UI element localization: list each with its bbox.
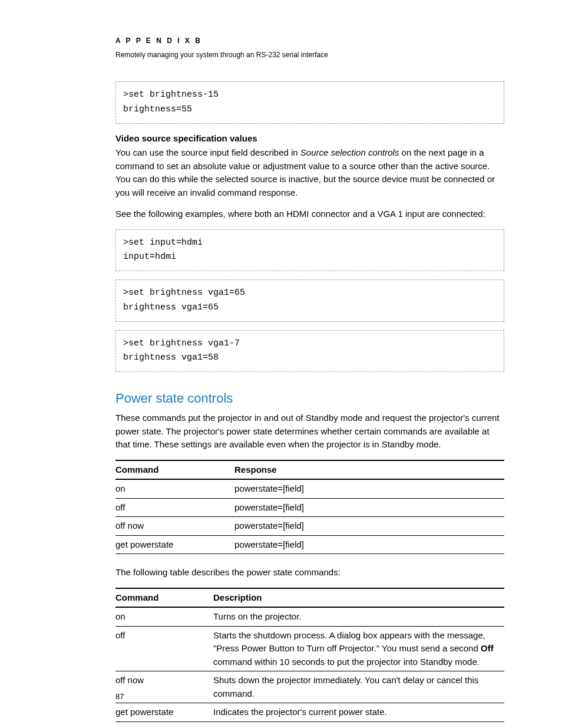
heading-power-state-controls: Power state controls — [115, 388, 504, 408]
code-block-brightness-adjust: >set brightness-15 brightness=55 — [115, 81, 504, 124]
paragraph: You can use the source input field descr… — [115, 146, 504, 199]
table-row: off now powerstate=[field] — [115, 517, 504, 536]
table-command-description: Command Description on Turns on the proj… — [115, 588, 504, 722]
cell-command: off now — [115, 671, 213, 703]
cell-command: off now — [115, 517, 234, 536]
cell-response: powerstate=[field] — [234, 517, 504, 536]
document-page: A P P E N D I X B Remotely managing your… — [0, 0, 562, 728]
table-header-row: Command Response — [115, 460, 504, 480]
table-row: on Turns on the projector. — [115, 607, 504, 626]
text: command within 10 seconds to put the pro… — [213, 657, 480, 667]
cell-description: Turns on the projector. — [213, 607, 504, 626]
table-row: get powerstate powerstate=[field] — [115, 535, 504, 554]
code-line: brightness vga1=58 — [123, 351, 497, 365]
cell-description: Shuts down the projector immediately. Yo… — [213, 671, 504, 703]
code-line: >set brightness-15 — [123, 88, 497, 103]
code-line: >set brightness vga1-7 — [123, 337, 497, 351]
table-row: off powerstate=[field] — [115, 498, 504, 517]
code-line: brightness vga1=65 — [123, 301, 497, 315]
code-block-set-brightness-vga1-decrement: >set brightness vga1-7 brightness vga1=5… — [115, 330, 504, 373]
paragraph: The following table describes the power … — [115, 566, 504, 579]
cell-command: on — [115, 479, 234, 498]
heading-video-source-spec: Video source specification values — [115, 132, 504, 146]
code-line: >set input=hdmi — [123, 236, 497, 251]
paragraph: See the following examples, where both a… — [115, 207, 504, 221]
appendix-label: A P P E N D I X B — [115, 35, 504, 46]
code-line: input=hdmi — [123, 250, 497, 265]
table-row: on powerstate=[field] — [115, 479, 504, 498]
code-block-set-brightness-vga1: >set brightness vga1=65 brightness vga1=… — [115, 279, 504, 322]
code-block-set-input: >set input=hdmi input=hdmi — [115, 229, 504, 272]
cell-response: powerstate=[field] — [234, 479, 504, 498]
th-command: Command — [115, 588, 213, 608]
th-command: Command — [115, 460, 234, 480]
table-header-row: Command Description — [115, 588, 504, 608]
th-description: Description — [213, 588, 504, 608]
cell-command: off — [115, 498, 234, 517]
cell-description: Starts the shutdown process. A dialog bo… — [213, 626, 504, 671]
cell-command: on — [115, 607, 213, 626]
cell-response: powerstate=[field] — [234, 535, 504, 554]
table-command-response: Command Response on powerstate=[field] o… — [115, 460, 504, 555]
code-line: >set brightness vga1=65 — [123, 286, 497, 301]
text-bold: Off — [481, 643, 494, 653]
paragraph: These commands put the projector in and … — [115, 411, 504, 452]
text: Starts the shutdown process. A dialog bo… — [213, 630, 485, 654]
page-number: 87 — [115, 691, 124, 703]
code-line: brightness=55 — [123, 103, 497, 117]
page-subtitle: Remotely managing your system through an… — [115, 50, 504, 60]
text-italic: Source selection controls — [300, 147, 399, 157]
cell-description: Indicates the projector's current power … — [213, 703, 504, 722]
cell-command: get powerstate — [115, 703, 213, 722]
th-response: Response — [234, 460, 504, 480]
cell-command: get powerstate — [115, 535, 234, 554]
cell-command: off — [115, 626, 213, 671]
table-row: off now Shuts down the projector immedia… — [115, 671, 504, 703]
table-row: get powerstate Indicates the projector's… — [115, 703, 504, 722]
cell-response: powerstate=[field] — [234, 498, 504, 517]
text: You can use the source input field descr… — [115, 147, 300, 157]
table-row: off Starts the shutdown process. A dialo… — [115, 626, 504, 671]
